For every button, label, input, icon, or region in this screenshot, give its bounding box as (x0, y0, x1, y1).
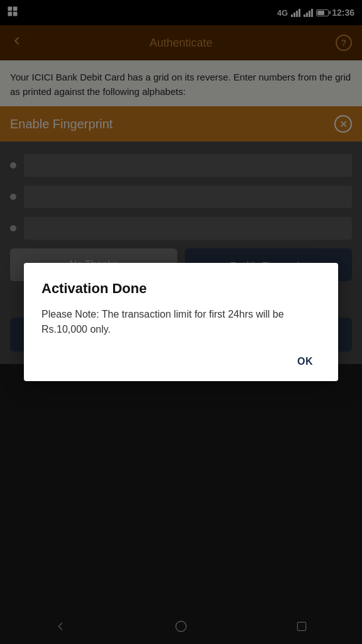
modal-overlay: Activation Done Please Note: The transac… (0, 0, 362, 644)
modal-title: Activation Done (41, 280, 321, 297)
modal-footer: OK (41, 352, 321, 371)
activation-dialog: Activation Done Please Note: The transac… (24, 263, 338, 381)
modal-body: Please Note: The transaction limit for f… (41, 307, 321, 337)
modal-ok-button[interactable]: OK (290, 352, 321, 371)
